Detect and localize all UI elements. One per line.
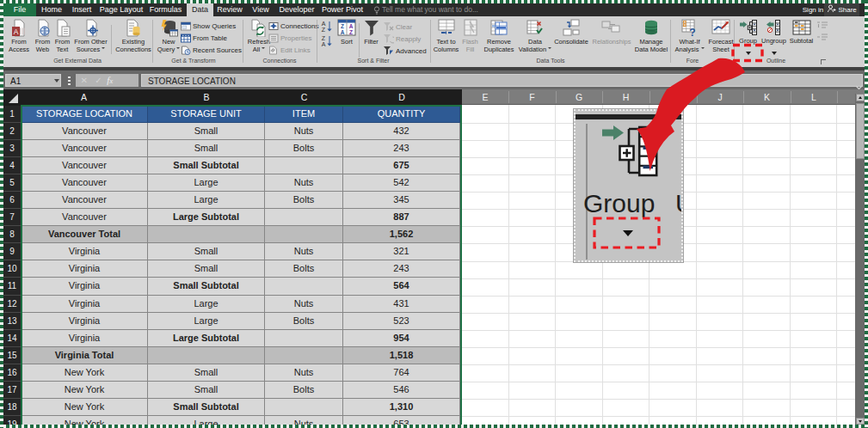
- svg-text:A: A: [14, 28, 19, 36]
- svg-text:Z: Z: [322, 35, 326, 41]
- svg-text:?: ?: [689, 27, 695, 38]
- svg-text:Z: Z: [349, 29, 353, 35]
- svg-text:Z: Z: [322, 27, 326, 33]
- svg-text:A: A: [341, 29, 345, 35]
- svg-text:A: A: [322, 41, 326, 47]
- svg-text:A: A: [322, 21, 326, 27]
